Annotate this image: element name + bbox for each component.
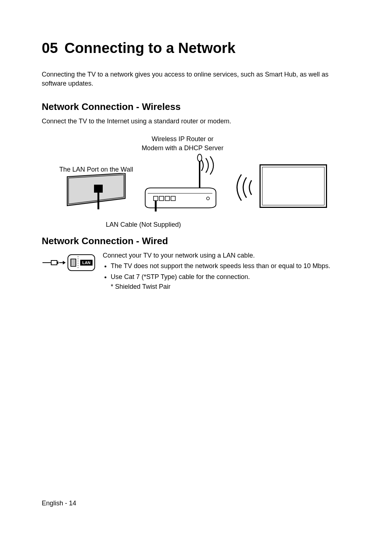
lan-port-text: LAN xyxy=(82,260,91,265)
wireless-diagram: Wireless IP Router or Modem with a DHCP … xyxy=(42,135,350,229)
wifi-signal-in-icon xyxy=(230,173,255,202)
wall-port-icon xyxy=(64,173,129,209)
lan-port-icon: LAN xyxy=(42,252,96,275)
page-footer: English - 14 xyxy=(42,500,76,507)
wired-intro: Connect your TV to your network using a … xyxy=(103,252,350,259)
chapter-title-text: Connecting to a Network xyxy=(65,40,236,56)
section-title-wired: Network Connection - Wired xyxy=(42,235,350,247)
section-title-wireless: Network Connection - Wireless xyxy=(42,101,350,112)
footer-language: English xyxy=(42,500,63,507)
chapter-intro: Connecting the TV to a network gives you… xyxy=(42,70,350,88)
wired-footnote: * Shielded Twist Pair xyxy=(103,283,350,291)
svg-rect-2 xyxy=(94,185,103,193)
wired-bullet-2: Use Cat 7 (*STP Type) cable for the conn… xyxy=(111,272,350,282)
svg-marker-14 xyxy=(63,261,66,264)
section-intro-wireless: Connect the TV to the Internet using a s… xyxy=(42,118,350,125)
wired-bullet-1: The TV does not support the network spee… xyxy=(111,262,350,271)
svg-rect-12 xyxy=(57,262,58,264)
lan-cable-label: LAN Cable (Not Supplied) xyxy=(93,220,194,229)
tv-icon xyxy=(260,164,327,208)
wifi-signal-out-icon xyxy=(198,155,220,176)
chapter-title: 05Connecting to a Network xyxy=(42,40,350,56)
footer-page-number: 14 xyxy=(69,500,76,507)
router-label: Wireless IP Router or Modem with a DHCP … xyxy=(132,135,233,152)
chapter-number: 05 xyxy=(42,40,58,56)
footer-separator: - xyxy=(63,500,69,507)
svg-rect-11 xyxy=(51,260,57,265)
wall-port-label: The LAN Port on the Wall xyxy=(49,165,143,174)
